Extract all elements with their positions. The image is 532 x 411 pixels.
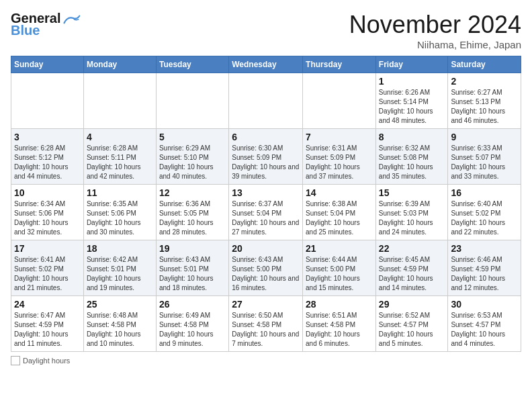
calendar-cell: 24Sunrise: 6:47 AM Sunset: 4:59 PM Dayli… [11, 296, 84, 352]
day-info: Sunrise: 6:41 AM Sunset: 5:02 PM Dayligh… [14, 255, 81, 293]
day-number: 3 [14, 132, 81, 142]
day-info: Sunrise: 6:43 AM Sunset: 5:01 PM Dayligh… [159, 255, 226, 293]
day-info: Sunrise: 6:37 AM Sunset: 5:04 PM Dayligh… [232, 199, 300, 237]
day-number: 8 [379, 132, 445, 142]
logo-bird-icon [62, 13, 81, 26]
calendar-cell: 19Sunrise: 6:43 AM Sunset: 5:01 PM Dayli… [156, 240, 228, 296]
calendar-week-row: 1Sunrise: 6:26 AM Sunset: 5:14 PM Daylig… [11, 73, 521, 129]
day-number: 18 [87, 243, 153, 254]
day-info: Sunrise: 6:43 AM Sunset: 5:00 PM Dayligh… [232, 255, 300, 293]
day-number: 16 [451, 187, 518, 198]
calendar-cell: 18Sunrise: 6:42 AM Sunset: 5:01 PM Dayli… [83, 240, 156, 296]
day-number: 9 [451, 132, 518, 142]
calendar-cell: 11Sunrise: 6:35 AM Sunset: 5:06 PM Dayli… [83, 185, 156, 240]
day-info: Sunrise: 6:29 AM Sunset: 5:10 PM Dayligh… [159, 144, 226, 181]
day-number: 2 [451, 76, 518, 87]
logo: General Blue [11, 11, 81, 38]
day-number: 21 [306, 243, 373, 254]
day-info: Sunrise: 6:44 AM Sunset: 5:00 PM Dayligh… [306, 255, 373, 293]
day-info: Sunrise: 6:35 AM Sunset: 5:06 PM Dayligh… [87, 199, 153, 237]
calendar-cell: 6Sunrise: 6:30 AM Sunset: 5:09 PM Daylig… [229, 129, 303, 185]
calendar-cell: 25Sunrise: 6:48 AM Sunset: 4:58 PM Dayli… [83, 296, 156, 352]
daylight-legend: Daylight hours [11, 356, 70, 365]
weekday-header: Wednesday [229, 56, 303, 73]
calendar-cell: 29Sunrise: 6:52 AM Sunset: 4:57 PM Dayli… [375, 296, 448, 352]
day-info: Sunrise: 6:34 AM Sunset: 5:06 PM Dayligh… [14, 199, 81, 237]
day-number: 10 [14, 187, 81, 198]
calendar-cell: 7Sunrise: 6:31 AM Sunset: 5:09 PM Daylig… [303, 129, 376, 185]
day-info: Sunrise: 6:50 AM Sunset: 4:58 PM Dayligh… [232, 311, 300, 349]
calendar-week-row: 3Sunrise: 6:28 AM Sunset: 5:12 PM Daylig… [11, 129, 521, 185]
day-number: 29 [379, 299, 445, 310]
calendar-cell: 3Sunrise: 6:28 AM Sunset: 5:12 PM Daylig… [11, 129, 84, 185]
day-number: 17 [14, 243, 81, 254]
day-info: Sunrise: 6:32 AM Sunset: 5:08 PM Dayligh… [379, 144, 445, 181]
day-info: Sunrise: 6:52 AM Sunset: 4:57 PM Dayligh… [379, 311, 445, 349]
day-info: Sunrise: 6:49 AM Sunset: 4:58 PM Dayligh… [159, 311, 226, 349]
calendar-cell [83, 73, 156, 129]
calendar-cell: 16Sunrise: 6:40 AM Sunset: 5:02 PM Dayli… [448, 185, 521, 240]
title-block: November 2024 Niihama, Ehime, Japan [349, 11, 521, 50]
month-title: November 2024 [349, 11, 521, 39]
calendar-cell: 10Sunrise: 6:34 AM Sunset: 5:06 PM Dayli… [11, 185, 84, 240]
calendar-cell: 9Sunrise: 6:33 AM Sunset: 5:07 PM Daylig… [448, 129, 521, 185]
calendar-cell: 17Sunrise: 6:41 AM Sunset: 5:02 PM Dayli… [11, 240, 84, 296]
day-number: 7 [306, 132, 373, 142]
day-info: Sunrise: 6:30 AM Sunset: 5:09 PM Dayligh… [232, 144, 300, 181]
calendar-cell: 20Sunrise: 6:43 AM Sunset: 5:00 PM Dayli… [229, 240, 303, 296]
weekday-header-row: SundayMondayTuesdayWednesdayThursdayFrid… [11, 56, 521, 73]
day-number: 23 [451, 243, 518, 254]
day-info: Sunrise: 6:51 AM Sunset: 4:58 PM Dayligh… [306, 311, 373, 349]
day-info: Sunrise: 6:53 AM Sunset: 4:57 PM Dayligh… [451, 311, 518, 349]
day-info: Sunrise: 6:26 AM Sunset: 5:14 PM Dayligh… [379, 88, 445, 126]
calendar-week-row: 17Sunrise: 6:41 AM Sunset: 5:02 PM Dayli… [11, 240, 521, 296]
day-info: Sunrise: 6:38 AM Sunset: 5:04 PM Dayligh… [306, 199, 373, 237]
day-info: Sunrise: 6:45 AM Sunset: 4:59 PM Dayligh… [379, 255, 445, 293]
calendar-cell: 15Sunrise: 6:39 AM Sunset: 5:03 PM Dayli… [375, 185, 448, 240]
weekday-header: Friday [375, 56, 448, 73]
legend-box [11, 356, 20, 365]
day-info: Sunrise: 6:33 AM Sunset: 5:07 PM Dayligh… [451, 144, 518, 181]
day-info: Sunrise: 6:39 AM Sunset: 5:03 PM Dayligh… [379, 199, 445, 237]
day-info: Sunrise: 6:46 AM Sunset: 4:59 PM Dayligh… [451, 255, 518, 293]
day-info: Sunrise: 6:42 AM Sunset: 5:01 PM Dayligh… [87, 255, 153, 293]
day-number: 30 [451, 299, 518, 310]
calendar-cell: 2Sunrise: 6:27 AM Sunset: 5:13 PM Daylig… [448, 73, 521, 129]
day-info: Sunrise: 6:28 AM Sunset: 5:11 PM Dayligh… [87, 144, 153, 181]
calendar-cell: 4Sunrise: 6:28 AM Sunset: 5:11 PM Daylig… [83, 129, 156, 185]
calendar-cell: 30Sunrise: 6:53 AM Sunset: 4:57 PM Dayli… [448, 296, 521, 352]
calendar-table: SundayMondayTuesdayWednesdayThursdayFrid… [11, 56, 521, 352]
weekday-header: Tuesday [156, 56, 228, 73]
day-number: 28 [306, 299, 373, 310]
day-number: 6 [232, 132, 300, 142]
calendar-cell [303, 73, 376, 129]
day-number: 4 [87, 132, 153, 142]
day-info: Sunrise: 6:47 AM Sunset: 4:59 PM Dayligh… [14, 311, 81, 349]
day-number: 1 [379, 76, 445, 87]
day-number: 25 [87, 299, 153, 310]
calendar-cell: 13Sunrise: 6:37 AM Sunset: 5:04 PM Dayli… [229, 185, 303, 240]
day-number: 26 [159, 299, 226, 310]
calendar-cell [156, 73, 228, 129]
page: General Blue November 2024 Niihama, Ehim… [0, 0, 532, 376]
calendar-cell [11, 73, 84, 129]
calendar-cell: 1Sunrise: 6:26 AM Sunset: 5:14 PM Daylig… [375, 73, 448, 129]
day-info: Sunrise: 6:40 AM Sunset: 5:02 PM Dayligh… [451, 199, 518, 237]
day-number: 11 [87, 187, 153, 198]
day-number: 22 [379, 243, 445, 254]
calendar-week-row: 10Sunrise: 6:34 AM Sunset: 5:06 PM Dayli… [11, 185, 521, 240]
day-number: 24 [14, 299, 81, 310]
day-number: 12 [159, 187, 226, 198]
daylight-label: Daylight hours [23, 357, 70, 365]
day-info: Sunrise: 6:36 AM Sunset: 5:05 PM Dayligh… [159, 199, 226, 237]
day-number: 19 [159, 243, 226, 254]
location: Niihama, Ehime, Japan [349, 39, 521, 50]
day-number: 5 [159, 132, 226, 142]
calendar-cell: 5Sunrise: 6:29 AM Sunset: 5:10 PM Daylig… [156, 129, 228, 185]
day-info: Sunrise: 6:27 AM Sunset: 5:13 PM Dayligh… [451, 88, 518, 126]
day-number: 13 [232, 187, 300, 198]
calendar-week-row: 24Sunrise: 6:47 AM Sunset: 4:59 PM Dayli… [11, 296, 521, 352]
calendar-cell: 26Sunrise: 6:49 AM Sunset: 4:58 PM Dayli… [156, 296, 228, 352]
footer: Daylight hours [11, 356, 521, 365]
calendar-cell: 23Sunrise: 6:46 AM Sunset: 4:59 PM Dayli… [448, 240, 521, 296]
